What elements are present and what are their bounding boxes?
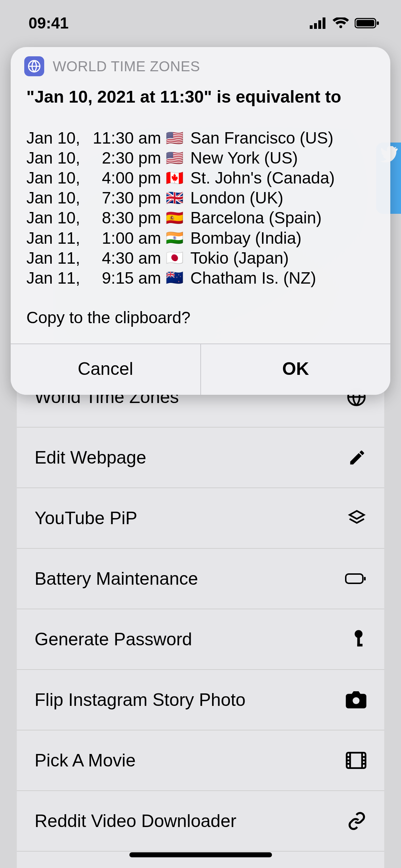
- tz-city: St. John's (Canada): [185, 168, 335, 188]
- alert-body: "Jan 10, 2021 at 11:30" is equivalent to…: [11, 81, 390, 340]
- list-item[interactable]: Edit Webpage: [17, 428, 384, 488]
- tz-city: Tokio (Japan): [185, 248, 289, 268]
- alert-app-name: WORLD TIME ZONES: [53, 58, 200, 74]
- status-bar: 09:41: [0, 0, 401, 46]
- svg-point-13: [353, 697, 359, 704]
- tz-time: 4:30 am: [87, 248, 164, 268]
- tz-date: Jan 11,: [26, 228, 87, 248]
- svg-rect-8: [346, 574, 363, 583]
- timezone-row: Jan 10,7:30 pm🇬🇧London (UK): [26, 188, 375, 208]
- svg-rect-6: [377, 21, 379, 25]
- shortcut-label: Battery Maintenance: [35, 568, 198, 589]
- tz-date: Jan 10,: [26, 208, 87, 228]
- copy-prompt: Copy to the clipboard?: [26, 308, 375, 327]
- svg-rect-1: [314, 23, 317, 29]
- tz-city: London (UK): [185, 188, 283, 208]
- shortcut-label: Reddit Video Downloader: [35, 811, 236, 831]
- flag-icon: 🇺🇸: [164, 149, 185, 167]
- key-icon: [351, 629, 366, 649]
- battery-icon: [355, 17, 380, 29]
- tz-time: 11:30 am: [87, 128, 164, 148]
- film-icon: [346, 752, 366, 769]
- svg-point-10: [355, 630, 363, 638]
- flag-icon: 🇪🇸: [164, 209, 185, 227]
- tz-city: San Francisco (US): [185, 128, 333, 148]
- list-item[interactable]: Battery Maintenance: [17, 549, 384, 609]
- timezone-row: Jan 11,1:00 am🇮🇳Bombay (India): [26, 228, 375, 248]
- alert-header: WORLD TIME ZONES: [11, 47, 390, 81]
- cellular-icon: [310, 17, 327, 29]
- wifi-icon: [333, 17, 349, 29]
- svg-rect-9: [364, 577, 366, 580]
- link-icon: [347, 811, 366, 831]
- svg-rect-0: [310, 25, 313, 29]
- svg-rect-3: [323, 17, 325, 29]
- alert-dialog: WORLD TIME ZONES "Jan 10, 2021 at 11:30"…: [11, 47, 390, 395]
- status-indicators: [310, 17, 380, 29]
- tz-date: Jan 10,: [26, 128, 87, 148]
- list-item[interactable]: Pick A Movie: [17, 730, 384, 791]
- tz-time: 4:00 pm: [87, 168, 164, 188]
- timezone-row: Jan 11,4:30 am🇯🇵Tokio (Japan): [26, 248, 375, 268]
- alert-title: "Jan 10, 2021 at 11:30" is equivalent to: [26, 87, 375, 107]
- shortcut-label: Flip Instagram Story Photo: [35, 689, 246, 710]
- home-indicator[interactable]: [129, 852, 272, 857]
- flag-icon: 🇮🇳: [164, 229, 185, 247]
- shortcut-list: World Time Zones Edit Webpage YouTube Pi…: [17, 367, 384, 868]
- cancel-button[interactable]: Cancel: [11, 344, 200, 395]
- flag-icon: 🇯🇵: [164, 249, 185, 267]
- list-item[interactable]: Flip Instagram Story Photo: [17, 670, 384, 730]
- flag-icon: 🇨🇦: [164, 169, 185, 187]
- camera-icon: [346, 691, 366, 708]
- tz-time: 2:30 pm: [87, 148, 164, 168]
- flag-icon: 🇬🇧: [164, 189, 185, 207]
- tz-city: Barcelona (Spain): [185, 208, 322, 228]
- svg-rect-12: [357, 644, 363, 646]
- flag-icon: 🇳🇿: [164, 269, 185, 286]
- tz-date: Jan 11,: [26, 248, 87, 268]
- timezone-row: Jan 10,4:00 pm🇨🇦St. John's (Canada): [26, 168, 375, 188]
- tz-city: Bombay (India): [185, 228, 302, 248]
- shortcut-label: Edit Webpage: [35, 447, 146, 468]
- svg-rect-5: [356, 20, 374, 26]
- tz-date: Jan 10,: [26, 168, 87, 188]
- flag-icon: 🇺🇸: [164, 129, 185, 147]
- tz-city: New York (US): [185, 148, 298, 168]
- pencil-icon: [348, 448, 366, 467]
- list-item[interactable]: Reddit Video Downloader: [17, 791, 384, 852]
- shortcut-label: YouTube PiP: [35, 508, 137, 528]
- tz-city: Chatham Is. (NZ): [185, 268, 316, 288]
- ok-button[interactable]: OK: [200, 344, 391, 395]
- tz-date: Jan 10,: [26, 188, 87, 208]
- timezone-row: Jan 10,11:30 am🇺🇸San Francisco (US): [26, 128, 375, 148]
- tz-time: 8:30 pm: [87, 208, 164, 228]
- list-item[interactable]: YouTube PiP: [17, 488, 384, 549]
- battery-icon: [345, 573, 366, 585]
- timezone-row: Jan 10,8:30 pm🇪🇸Barcelona (Spain): [26, 208, 375, 228]
- list-item[interactable]: Generate Password: [17, 609, 384, 670]
- status-time: 09:41: [29, 14, 69, 32]
- timezone-list: Jan 10,11:30 am🇺🇸San Francisco (US)Jan 1…: [26, 128, 375, 288]
- layers-icon: [347, 508, 366, 528]
- alert-buttons: Cancel OK: [11, 343, 390, 395]
- shortcut-label: Generate Password: [35, 629, 192, 650]
- tz-date: Jan 11,: [26, 268, 87, 288]
- tz-date: Jan 10,: [26, 148, 87, 168]
- timezone-row: Jan 11,9:15 am🇳🇿Chatham Is. (NZ): [26, 268, 375, 288]
- timezone-row: Jan 10,2:30 pm🇺🇸New York (US): [26, 148, 375, 168]
- tz-time: 1:00 am: [87, 228, 164, 248]
- app-globe-icon: [24, 56, 44, 76]
- tz-time: 7:30 pm: [87, 188, 164, 208]
- tz-time: 9:15 am: [87, 268, 164, 288]
- shortcut-label: Pick A Movie: [35, 750, 135, 771]
- svg-rect-2: [318, 20, 321, 29]
